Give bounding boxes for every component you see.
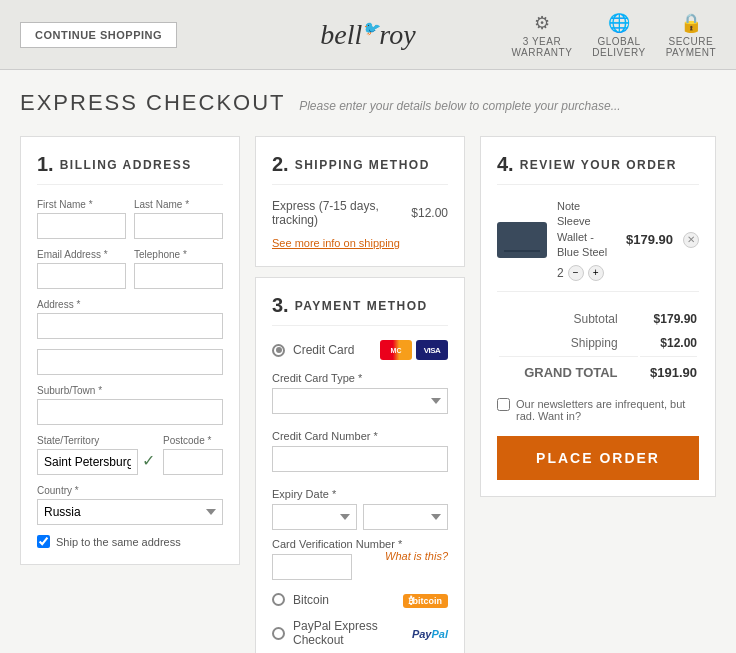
shipping-section-number: 2. — [272, 153, 289, 176]
payment-feature: 🔒 SECUREPAYMENT — [666, 12, 716, 58]
product-image — [497, 222, 547, 258]
shipping-payment-column: 2. SHIPPING METHOD Express (7-15 days, t… — [255, 136, 465, 653]
credit-card-radio[interactable] — [272, 344, 285, 357]
newsletter-text: Our newsletters are infrequent, but rad.… — [516, 398, 699, 422]
product-row: Note Sleeve Wallet - Blue Steel 2 − + $1… — [497, 199, 699, 292]
bitcoin-radio[interactable] — [272, 593, 285, 606]
paypal-logo: PayPal — [412, 626, 448, 641]
payment-section: 3. PAYMENT METHOD Credit Card MC VISA Cr… — [255, 277, 465, 653]
remove-product-button[interactable]: ✕ — [683, 232, 699, 248]
country-group: Country * Russia United States Australia — [37, 485, 223, 525]
product-info: Note Sleeve Wallet - Blue Steel 2 − + — [557, 199, 616, 281]
page-subtitle: Please enter your details below to compl… — [299, 99, 621, 113]
postcode-input[interactable] — [163, 449, 223, 475]
card-number-input[interactable] — [272, 446, 448, 472]
ship-same-label: Ship to the same address — [56, 536, 181, 548]
qty-value: 2 — [557, 266, 564, 280]
expiry-year-select[interactable] — [363, 504, 448, 530]
grand-total-label: GRAND TOTAL — [499, 356, 638, 384]
shipping-total-row: Shipping $12.00 — [499, 332, 697, 354]
bitcoin-option[interactable]: Bitcoin ₿bitcoin — [272, 592, 448, 607]
qty-decrease-button[interactable]: − — [568, 265, 584, 281]
newsletter-checkbox[interactable] — [497, 398, 510, 411]
payment-section-number: 3. — [272, 294, 289, 317]
credit-card-option[interactable]: Credit Card MC VISA — [272, 340, 448, 360]
subtotal-value: $179.90 — [640, 308, 697, 330]
newsletter-row: Our newsletters are infrequent, but rad.… — [497, 398, 699, 422]
state-group: State/Territory ✓ — [37, 435, 155, 475]
address-label: Address * — [37, 299, 223, 310]
shipping-total-value: $12.00 — [640, 332, 697, 354]
billing-section: 1. BILLING ADDRESS First Name * Last Nam… — [20, 136, 240, 565]
email-label: Email Address * — [37, 249, 126, 260]
product-price: $179.90 — [626, 232, 673, 247]
warranty-icon: ⚙ — [511, 12, 572, 34]
postcode-group: Postcode * — [163, 435, 223, 475]
ship-same-checkbox[interactable] — [37, 535, 50, 548]
postcode-label: Postcode * — [163, 435, 223, 446]
delivery-label: GLOBALDELIVERY — [592, 36, 645, 58]
subtotal-label: Subtotal — [499, 308, 638, 330]
review-section-title: REVIEW YOUR ORDER — [520, 158, 677, 172]
review-section-number: 4. — [497, 153, 514, 176]
place-order-button[interactable]: PLACE ORDER — [497, 436, 699, 480]
product-name: Note Sleeve Wallet - Blue Steel — [557, 199, 616, 261]
cvv-input[interactable] — [272, 554, 352, 580]
state-check-icon: ✓ — [142, 451, 155, 470]
first-name-label: First Name * — [37, 199, 126, 210]
paypal-label: PayPal Express Checkout — [293, 619, 412, 647]
payment-icon: 🔒 — [666, 12, 716, 34]
first-name-input[interactable] — [37, 213, 126, 239]
bitcoin-label: Bitcoin — [293, 593, 329, 607]
totals-table: Subtotal $179.90 Shipping $12.00 GRAND T… — [497, 306, 699, 386]
card-type-select[interactable]: Visa Mastercard — [272, 388, 448, 414]
card-icons: MC VISA — [380, 340, 448, 360]
country-select[interactable]: Russia United States Australia — [37, 499, 223, 525]
address2-group — [37, 349, 223, 375]
country-label: Country * — [37, 485, 223, 496]
shipping-method-label: Express (7-15 days, tracking) — [272, 199, 411, 227]
shipping-method-price: $12.00 — [411, 206, 448, 220]
paypal-option[interactable]: PayPal Express Checkout PayPal — [272, 619, 448, 647]
state-label: State/Territory — [37, 435, 155, 446]
grand-total-row: GRAND TOTAL $191.90 — [499, 356, 697, 384]
suburb-group: Suburb/Town * — [37, 385, 223, 425]
shipping-section-title: SHIPPING METHOD — [295, 158, 430, 172]
email-group: Email Address * — [37, 249, 126, 289]
what-is-this-link[interactable]: What is this? — [385, 550, 448, 562]
credit-card-label: Credit Card — [293, 343, 354, 357]
address-group: Address * — [37, 299, 223, 339]
review-section: 4. REVIEW YOUR ORDER Note Sleeve Wallet … — [480, 136, 716, 497]
email-input[interactable] — [37, 263, 126, 289]
shipping-section: 2. SHIPPING METHOD Express (7-15 days, t… — [255, 136, 465, 267]
expiry-label: Expiry Date * — [272, 488, 448, 500]
warranty-label: 3 YEARWARRANTY — [511, 36, 572, 58]
address-input[interactable] — [37, 313, 223, 339]
expiry-month-select[interactable] — [272, 504, 357, 530]
first-name-group: First Name * — [37, 199, 126, 239]
continue-shopping-button[interactable]: CONTINUE SHOPPING — [20, 22, 177, 48]
qty-control: 2 − + — [557, 265, 616, 281]
last-name-group: Last Name * — [134, 199, 223, 239]
suburb-input[interactable] — [37, 399, 223, 425]
card-type-label: Credit Card Type * — [272, 372, 448, 384]
state-row: State/Territory ✓ Postcode * — [37, 435, 223, 475]
last-name-label: Last Name * — [134, 199, 223, 210]
telephone-input[interactable] — [134, 263, 223, 289]
delivery-feature: 🌐 GLOBALDELIVERY — [592, 12, 645, 58]
address2-input[interactable] — [37, 349, 223, 375]
last-name-input[interactable] — [134, 213, 223, 239]
paypal-radio[interactable] — [272, 627, 285, 640]
grand-total-value: $191.90 — [640, 356, 697, 384]
qty-increase-button[interactable]: + — [588, 265, 604, 281]
card-number-label: Credit Card Number * — [272, 430, 448, 442]
state-input[interactable] — [37, 449, 138, 475]
shipping-total-label: Shipping — [499, 332, 638, 354]
nav-features: ⚙ 3 YEARWARRANTY 🌐 GLOBALDELIVERY 🔒 SECU… — [511, 12, 716, 58]
telephone-group: Telephone * — [134, 249, 223, 289]
ship-same-row: Ship to the same address — [37, 535, 223, 548]
bitcoin-logo: ₿bitcoin — [403, 592, 449, 607]
shipping-more-info-link[interactable]: See more info on shipping — [272, 237, 400, 249]
telephone-label: Telephone * — [134, 249, 223, 260]
visa-icon: VISA — [416, 340, 448, 360]
